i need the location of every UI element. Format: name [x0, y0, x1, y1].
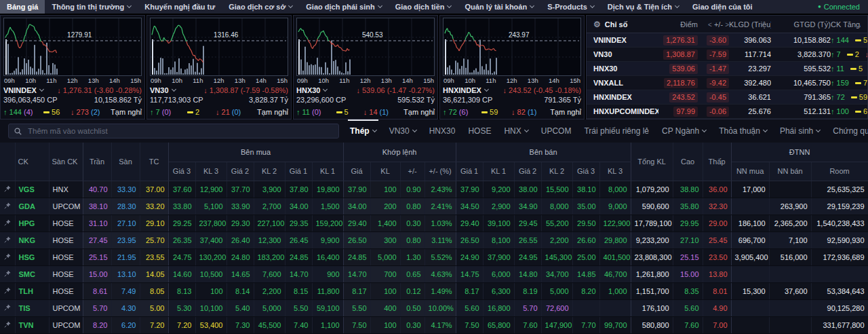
pin-icon[interactable]	[0, 265, 15, 282]
col-buy-4[interactable]: Giá 1	[285, 162, 312, 181]
col-foreign-0[interactable]: NN mua	[731, 162, 769, 181]
col-sell-0[interactable]: Giá 1	[456, 162, 483, 181]
tab-6[interactable]: Trái phiếu riêng lẻ	[584, 119, 649, 143]
index-row[interactable]: VN301,308.87-7.59117.7143,828.370↑ 72↓ 2…	[587, 48, 867, 62]
index-symbol-dropdown[interactable]: VN30	[150, 86, 176, 94]
col-sell-1[interactable]: KL 1	[483, 162, 514, 181]
col-floor[interactable]: Sàn	[111, 143, 140, 181]
tab-7[interactable]: CP Ngành	[662, 119, 706, 143]
tab-9[interactable]: Phái sinh	[780, 119, 820, 143]
col-match-3[interactable]: +/- (%)	[425, 162, 456, 181]
index-row[interactable]: HNXUPCOMINDEX97.99-0.0625.676512.131↑ 10…	[587, 105, 867, 119]
nav-item-8[interactable]: Dịch vụ & Tiện ích	[601, 0, 686, 14]
pin-icon[interactable]	[0, 198, 15, 215]
index-col-klgd[interactable]: KLGD (Triệu)	[729, 20, 771, 29]
stock-symbol[interactable]: NKG	[15, 231, 49, 248]
tab-10[interactable]: Chứng quyền	[833, 119, 868, 143]
stock-symbol[interactable]: VGS	[15, 181, 49, 198]
stock-row[interactable]: HSGHOSE25.1521.9523.5524.75130,20024.801…	[0, 248, 868, 265]
col-match-2[interactable]: +/-	[400, 162, 425, 181]
col-buy-5[interactable]: KL 1	[312, 162, 343, 181]
watchlist-search[interactable]	[8, 124, 339, 138]
index-col-change[interactable]: < +/- >	[698, 20, 729, 29]
tab-4[interactable]: HNX	[504, 119, 528, 143]
pin-icon[interactable]	[0, 248, 15, 265]
stock-row[interactable]: HPGHOSE31.1027.1029.1029.25237,80029.302…	[0, 215, 868, 231]
group-foreign[interactable]: ĐTNN	[731, 143, 868, 162]
index-col-points[interactable]: Điểm	[658, 20, 698, 29]
index-row[interactable]: HNXINDEX243.52-0.4536.621791.365↑ 7259↓ …	[587, 90, 867, 105]
chevron-down-icon	[702, 128, 707, 132]
col-buy-2[interactable]: Giá 2	[226, 162, 254, 181]
tab-0[interactable]: Thép	[350, 119, 376, 143]
col-reference[interactable]: TC	[140, 143, 168, 181]
col-total-volume[interactable]: Tổng KL	[631, 143, 673, 181]
stock-symbol[interactable]: HSG	[15, 248, 49, 265]
col-match-0[interactable]: Giá	[343, 162, 370, 181]
index-symbol-dropdown[interactable]: HNXINDEX	[443, 86, 488, 94]
col-buy-3[interactable]: KL 2	[254, 162, 285, 181]
nav-item-6[interactable]: Quản lý tài khoản	[458, 0, 540, 14]
col-foreign-2[interactable]: Room	[811, 162, 868, 181]
stock-symbol[interactable]: SMC	[15, 265, 49, 282]
stock-symbol[interactable]: GDA	[15, 198, 49, 215]
stock-symbol[interactable]: TLH	[15, 282, 49, 299]
nav-item-4[interactable]: Giao dịch phái sinh	[299, 0, 388, 14]
col-sell-2[interactable]: Giá 2	[514, 162, 541, 181]
stock-row[interactable]: TISUPCOM5.704.305.005.3010,1005.405,0005…	[0, 299, 868, 316]
nav-item-5[interactable]: Giao dịch tiền	[389, 0, 458, 14]
index-col-gtgd[interactable]: GTGD (Tỷ)	[771, 20, 831, 29]
col-ck[interactable]: CK	[15, 143, 49, 181]
index-symbol-dropdown[interactable]: HNX30	[296, 86, 327, 94]
nav-item-2[interactable]: Khuyến nghị đầu tư	[138, 0, 222, 14]
group-match[interactable]: Khớp lệnh	[343, 143, 456, 162]
col-sell-3[interactable]: KL 2	[541, 162, 572, 181]
group-sell[interactable]: Bên bán	[456, 143, 631, 162]
col-exchange[interactable]: Sàn CK	[49, 143, 83, 181]
tab-8[interactable]: Thỏa thuận	[719, 119, 767, 143]
cell: 100	[370, 282, 400, 299]
tab-5[interactable]: UPCOM	[541, 119, 572, 143]
col-foreign-1[interactable]: NN bán	[769, 162, 811, 181]
stock-row[interactable]: TLHHOSE8.617.498.058.131008.142,2008.151…	[0, 282, 868, 299]
col-low[interactable]: Thấp	[703, 143, 731, 181]
pin-column-header[interactable]	[0, 143, 15, 181]
pin-icon[interactable]	[0, 316, 15, 333]
index-row[interactable]: VNXALL2,118.76-9.42392.48010,465.750↑ 15…	[587, 76, 867, 90]
pin-icon[interactable]	[0, 181, 15, 198]
stock-row[interactable]: GDAUPCOM38.1028.3033.2033.805,10033.902,…	[0, 198, 868, 215]
nav-item-9[interactable]: Giao diện của tôi	[686, 0, 760, 14]
gear-icon[interactable]: ⚙	[593, 20, 601, 29]
stock-row[interactable]: TVNUPCOM8.206.207.207.2053,4007.3045,500…	[0, 316, 868, 333]
stock-symbol[interactable]: HPG	[15, 215, 49, 231]
col-buy-0[interactable]: Giá 3	[168, 162, 195, 181]
pin-icon[interactable]	[0, 231, 15, 248]
index-symbol-dropdown[interactable]: VNINDEX	[3, 86, 43, 94]
index-row[interactable]: VNINDEX1,276.31-3.60396.06310,158.862↑ 1…	[587, 33, 867, 48]
col-buy-1[interactable]: KL 3	[195, 162, 226, 181]
tab-3[interactable]: HOSE	[468, 119, 491, 143]
tab-2[interactable]: HNX30	[429, 119, 456, 143]
pin-icon[interactable]	[0, 299, 15, 316]
pin-icon[interactable]	[0, 215, 15, 231]
col-sell-5[interactable]: KL 3	[599, 162, 631, 181]
stock-row[interactable]: SMCHOSE15.0013.1014.0514.6010,50014.657,…	[0, 265, 868, 282]
col-high[interactable]: Cao	[673, 143, 703, 181]
stock-row[interactable]: NKGHOSE27.4523.9525.7026.3537,40026.4012…	[0, 231, 868, 248]
stock-symbol[interactable]: TIS	[15, 299, 49, 316]
nav-item-1[interactable]: Thông tin thị trường	[45, 0, 138, 14]
search-input[interactable]	[26, 126, 333, 136]
sort-left-icon[interactable]: <	[708, 21, 712, 29]
nav-item-0[interactable]: Bảng giá	[0, 0, 45, 14]
nav-item-7[interactable]: S-Products	[540, 0, 601, 14]
col-ceiling[interactable]: Trần	[83, 143, 111, 181]
stock-row[interactable]: VGSHNX40.7033.3037.0037.6012,90037.703,9…	[0, 181, 868, 198]
nav-item-3[interactable]: Giao dịch cơ sở	[222, 0, 299, 14]
stock-symbol[interactable]: TVN	[15, 316, 49, 333]
col-match-1[interactable]: KL	[370, 162, 400, 181]
group-buy[interactable]: Bên mua	[168, 143, 343, 162]
index-row[interactable]: HNX30539.06-1.4723.297595.532↑ 115↓ 14	[587, 62, 867, 76]
col-sell-4[interactable]: Giá 3	[572, 162, 599, 181]
tab-1[interactable]: VN30	[389, 119, 416, 143]
pin-icon[interactable]	[0, 282, 15, 299]
